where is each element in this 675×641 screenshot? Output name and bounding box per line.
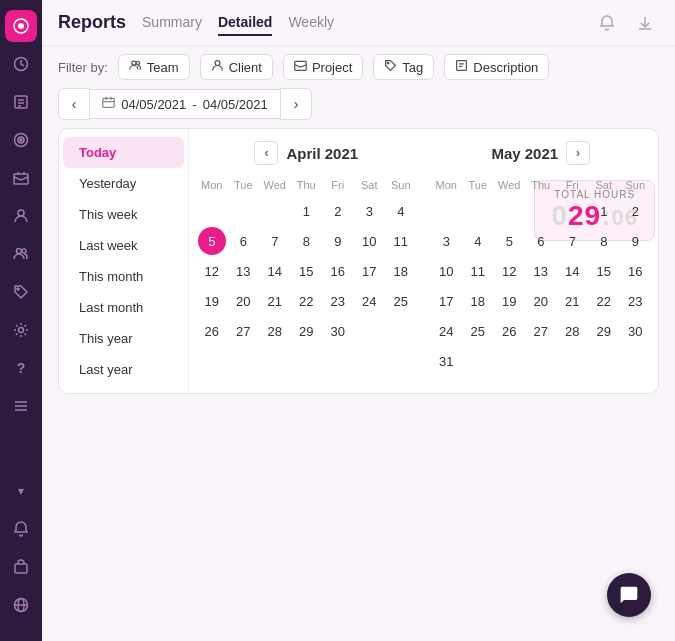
april-day-30[interactable]: 30 bbox=[324, 317, 352, 345]
sidebar-icon-team[interactable] bbox=[5, 238, 37, 270]
april-day-21[interactable]: 21 bbox=[261, 287, 289, 315]
may-day-10[interactable]: 10 bbox=[432, 257, 460, 285]
april-day-18[interactable]: 18 bbox=[387, 257, 415, 285]
sidebar-icon-active[interactable] bbox=[5, 10, 37, 42]
may-day-12[interactable]: 12 bbox=[495, 257, 523, 285]
april-prev-button[interactable]: ‹ bbox=[254, 141, 278, 165]
april-day-24[interactable]: 24 bbox=[355, 287, 383, 315]
filter-client[interactable]: Client bbox=[200, 54, 273, 80]
may-day-26[interactable]: 26 bbox=[495, 317, 523, 345]
sidebar-icon-chevron-down[interactable]: ▾ bbox=[5, 475, 37, 507]
may-day-27[interactable]: 27 bbox=[527, 317, 555, 345]
may-day-7[interactable]: 7 bbox=[558, 227, 586, 255]
sidebar-icon-target[interactable] bbox=[5, 124, 37, 156]
may-day-30[interactable]: 30 bbox=[621, 317, 649, 345]
april-day-5[interactable]: 5 bbox=[198, 227, 226, 255]
april-day-16[interactable]: 16 bbox=[324, 257, 352, 285]
may-day-19[interactable]: 19 bbox=[495, 287, 523, 315]
april-day-9[interactable]: 9 bbox=[324, 227, 352, 255]
may-day-23[interactable]: 23 bbox=[621, 287, 649, 315]
sidebar-icon-tags[interactable] bbox=[5, 276, 37, 308]
april-day-17[interactable]: 17 bbox=[355, 257, 383, 285]
april-day-4[interactable]: 4 bbox=[387, 197, 415, 225]
april-day-15[interactable]: 15 bbox=[292, 257, 320, 285]
april-day-19[interactable]: 19 bbox=[198, 287, 226, 315]
april-day-29[interactable]: 29 bbox=[292, 317, 320, 345]
may-day-21[interactable]: 21 bbox=[558, 287, 586, 315]
sidebar-icon-bell[interactable] bbox=[5, 513, 37, 545]
may-day-11[interactable]: 11 bbox=[464, 257, 492, 285]
quick-select-today[interactable]: Today bbox=[63, 137, 184, 168]
filter-tag[interactable]: Tag bbox=[373, 54, 434, 80]
april-day-6[interactable]: 6 bbox=[229, 227, 257, 255]
quick-select-this-month[interactable]: This month bbox=[63, 261, 184, 292]
may-day-1[interactable]: 1 bbox=[590, 197, 618, 225]
may-day-8[interactable]: 8 bbox=[590, 227, 618, 255]
may-day-25[interactable]: 25 bbox=[464, 317, 492, 345]
may-day-4[interactable]: 4 bbox=[464, 227, 492, 255]
sidebar-icon-reports[interactable] bbox=[5, 86, 37, 118]
may-day-22[interactable]: 22 bbox=[590, 287, 618, 315]
may-day-6[interactable]: 6 bbox=[527, 227, 555, 255]
chat-button[interactable] bbox=[607, 573, 651, 617]
april-day-28[interactable]: 28 bbox=[261, 317, 289, 345]
quick-select-last-month[interactable]: Last month bbox=[63, 292, 184, 323]
april-day-20[interactable]: 20 bbox=[229, 287, 257, 315]
april-day-2[interactable]: 2 bbox=[324, 197, 352, 225]
date-prev-button[interactable]: ‹ bbox=[58, 88, 90, 120]
april-day-10[interactable]: 10 bbox=[355, 227, 383, 255]
april-day-11[interactable]: 11 bbox=[387, 227, 415, 255]
sidebar-icon-bag[interactable] bbox=[5, 551, 37, 583]
april-day-8[interactable]: 8 bbox=[292, 227, 320, 255]
filter-project[interactable]: Project bbox=[283, 54, 363, 80]
april-day-1[interactable]: 1 bbox=[292, 197, 320, 225]
may-day-20[interactable]: 20 bbox=[527, 287, 555, 315]
quick-select-this-year[interactable]: This year bbox=[63, 323, 184, 354]
may-day-18[interactable]: 18 bbox=[464, 287, 492, 315]
april-day-14[interactable]: 14 bbox=[261, 257, 289, 285]
april-day-13[interactable]: 13 bbox=[229, 257, 257, 285]
filter-team[interactable]: Team bbox=[118, 54, 190, 80]
sidebar-icon-help[interactable]: ? bbox=[5, 352, 37, 384]
sidebar-icon-clients[interactable] bbox=[5, 200, 37, 232]
april-day-25[interactable]: 25 bbox=[387, 287, 415, 315]
quick-select-yesterday[interactable]: Yesterday bbox=[63, 168, 184, 199]
may-day-5[interactable]: 5 bbox=[495, 227, 523, 255]
quick-select-last-year[interactable]: Last year bbox=[63, 354, 184, 385]
april-day-22[interactable]: 22 bbox=[292, 287, 320, 315]
bell-icon[interactable] bbox=[593, 9, 621, 37]
sidebar-icon-settings[interactable] bbox=[5, 314, 37, 346]
april-day-12[interactable]: 12 bbox=[198, 257, 226, 285]
may-day-31[interactable]: 31 bbox=[432, 347, 460, 375]
may-day-3[interactable]: 3 bbox=[432, 227, 460, 255]
date-next-button[interactable]: › bbox=[280, 88, 312, 120]
may-day-13[interactable]: 13 bbox=[527, 257, 555, 285]
download-icon[interactable] bbox=[631, 9, 659, 37]
tab-summary[interactable]: Summary bbox=[142, 10, 202, 36]
may-day-17[interactable]: 17 bbox=[432, 287, 460, 315]
date-range-display[interactable]: 04/05/2021 - 04/05/2021 bbox=[90, 89, 280, 119]
april-day-26[interactable]: 26 bbox=[198, 317, 226, 345]
may-day-2[interactable]: 2 bbox=[621, 197, 649, 225]
tab-weekly[interactable]: Weekly bbox=[288, 10, 334, 36]
may-day-14[interactable]: 14 bbox=[558, 257, 586, 285]
may-day-28[interactable]: 28 bbox=[558, 317, 586, 345]
may-day-16[interactable]: 16 bbox=[621, 257, 649, 285]
quick-select-this-week[interactable]: This week bbox=[63, 199, 184, 230]
may-day-29[interactable]: 29 bbox=[590, 317, 618, 345]
may-day-9[interactable]: 9 bbox=[621, 227, 649, 255]
april-day-7[interactable]: 7 bbox=[261, 227, 289, 255]
sidebar-icon-globe[interactable] bbox=[5, 589, 37, 621]
april-day-3[interactable]: 3 bbox=[355, 197, 383, 225]
may-day-24[interactable]: 24 bbox=[432, 317, 460, 345]
april-day-27[interactable]: 27 bbox=[229, 317, 257, 345]
may-next-button[interactable]: › bbox=[566, 141, 590, 165]
filter-description[interactable]: Description bbox=[444, 54, 549, 80]
sidebar-icon-clock[interactable] bbox=[5, 48, 37, 80]
quick-select-last-week[interactable]: Last week bbox=[63, 230, 184, 261]
sidebar-icon-projects[interactable] bbox=[5, 162, 37, 194]
tab-detailed[interactable]: Detailed bbox=[218, 10, 272, 36]
may-day-15[interactable]: 15 bbox=[590, 257, 618, 285]
sidebar-icon-menu[interactable] bbox=[5, 390, 37, 422]
april-day-23[interactable]: 23 bbox=[324, 287, 352, 315]
